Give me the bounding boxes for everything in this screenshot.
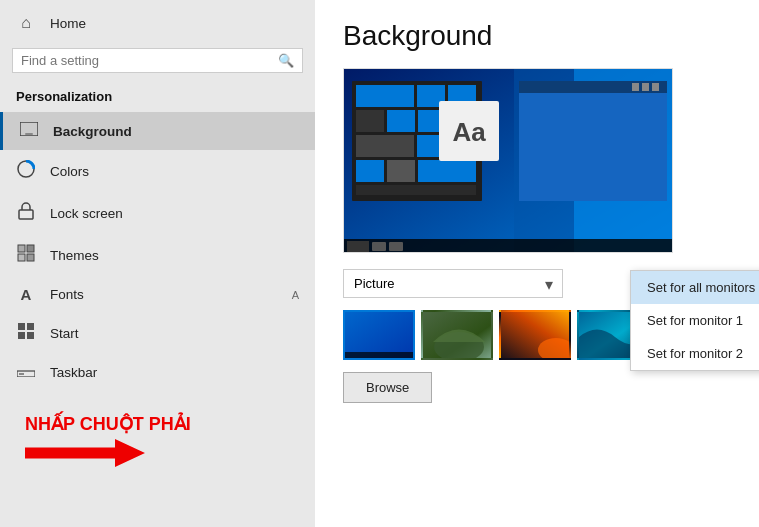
home-icon: ⌂ <box>16 14 36 32</box>
svg-rect-38 <box>632 83 639 91</box>
fonts-small-a: A <box>292 289 299 301</box>
background-type-dropdown[interactable]: Picture Solid color Slideshow <box>343 269 563 298</box>
home-label: Home <box>50 16 86 31</box>
svg-rect-23 <box>387 110 415 132</box>
sidebar-background-label: Background <box>53 124 132 139</box>
context-menu-item-all-monitors[interactable]: Set for all monitors <box>631 271 759 304</box>
svg-rect-29 <box>387 160 415 182</box>
svg-rect-12 <box>27 332 34 339</box>
sidebar-themes-label: Themes <box>50 248 99 263</box>
sidebar-item-colors[interactable]: Colors <box>0 150 315 192</box>
search-input[interactable] <box>21 53 278 68</box>
thumbnail-1[interactable] <box>343 310 415 360</box>
annotation-container: NHẤP CHUỘT PHẢI <box>25 413 191 467</box>
annotation-arrow <box>25 439 191 467</box>
svg-rect-2 <box>25 133 33 135</box>
svg-rect-9 <box>18 323 25 330</box>
svg-rect-44 <box>345 352 415 360</box>
sidebar-item-lockscreen[interactable]: Lock screen <box>0 192 315 234</box>
context-menu-item-monitor-1[interactable]: Set for monitor 1 <box>631 304 759 337</box>
svg-rect-30 <box>418 160 476 182</box>
svg-rect-5 <box>18 245 25 252</box>
svg-rect-36 <box>652 83 659 91</box>
search-bar: 🔍 <box>12 48 303 73</box>
svg-rect-6 <box>27 245 34 252</box>
svg-rect-8 <box>27 254 34 261</box>
desktop-preview-svg: Aa <box>344 69 673 253</box>
thumbnail-3[interactable] <box>499 310 571 360</box>
sidebar-lockscreen-label: Lock screen <box>50 206 123 221</box>
svg-rect-19 <box>356 85 414 107</box>
svg-rect-10 <box>27 323 34 330</box>
background-preview: Aa <box>343 68 673 253</box>
sidebar-item-fonts[interactable]: A Fonts A <box>0 276 315 313</box>
svg-rect-42 <box>389 242 403 251</box>
start-icon <box>16 323 36 343</box>
svg-rect-28 <box>356 160 384 182</box>
arrow-body <box>25 439 145 467</box>
sidebar-item-home[interactable]: ⌂ Home <box>0 4 315 42</box>
sidebar-taskbar-label: Taskbar <box>50 365 97 380</box>
svg-rect-22 <box>356 110 384 132</box>
themes-icon <box>16 244 36 266</box>
desktop-bg: Aa <box>344 69 672 252</box>
sidebar-item-start[interactable]: Start <box>0 313 315 353</box>
sidebar-item-taskbar[interactable]: Taskbar <box>0 353 315 391</box>
svg-rect-7 <box>18 254 25 261</box>
sidebar: ⌂ Home 🔍 Personalization Background Colo… <box>0 0 315 527</box>
sidebar-colors-label: Colors <box>50 164 89 179</box>
search-icon: 🔍 <box>278 53 294 68</box>
thumbnail-2[interactable] <box>421 310 493 360</box>
svg-rect-37 <box>642 83 649 91</box>
sidebar-item-background[interactable]: Background <box>0 112 315 150</box>
svg-rect-40 <box>347 241 369 252</box>
annotation-text: NHẤP CHUỘT PHẢI <box>25 413 191 435</box>
svg-rect-14 <box>19 373 24 375</box>
main-content: Background <box>315 0 759 527</box>
sidebar-fonts-label: Fonts <box>50 287 84 302</box>
svg-rect-25 <box>356 135 414 157</box>
svg-rect-41 <box>372 242 386 251</box>
fonts-icon: A <box>16 286 36 303</box>
svg-text:Aa: Aa <box>452 117 486 147</box>
background-icon <box>19 122 39 140</box>
context-menu: Set for all monitors Set for monitor 1 S… <box>630 270 759 371</box>
svg-rect-4 <box>19 210 33 219</box>
background-type-dropdown-wrap: Picture Solid color Slideshow <box>343 269 563 298</box>
svg-rect-11 <box>18 332 25 339</box>
sidebar-item-themes[interactable]: Themes <box>0 234 315 276</box>
page-title: Background <box>343 20 731 52</box>
section-title: Personalization <box>0 83 315 112</box>
lockscreen-icon <box>16 202 36 224</box>
svg-rect-1 <box>22 124 36 132</box>
colors-icon <box>16 160 36 182</box>
browse-button[interactable]: Browse <box>343 372 432 403</box>
context-menu-item-monitor-2[interactable]: Set for monitor 2 <box>631 337 759 370</box>
taskbar-icon <box>16 363 36 381</box>
svg-rect-34 <box>519 81 667 201</box>
sidebar-start-label: Start <box>50 326 79 341</box>
svg-rect-31 <box>356 185 476 195</box>
